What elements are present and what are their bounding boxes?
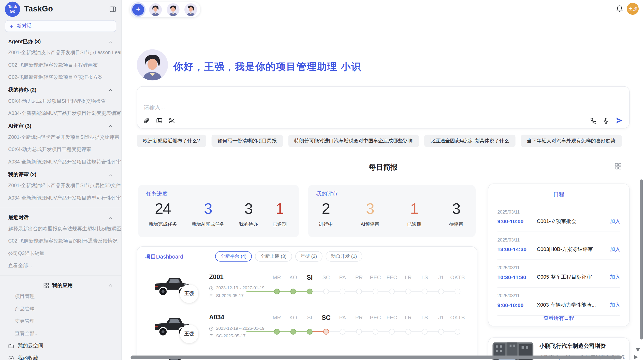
chevron-up-icon[interactable] (108, 172, 113, 177)
suggestion-chip[interactable]: 如何写一份清晰的项目周报 (211, 135, 283, 147)
vertical-scrollbar[interactable] (640, 179, 643, 340)
list-item[interactable]: A034-全新新能源MUV产品开发项目计划变更表编写 (0, 108, 121, 120)
milestone-timeline: MRKOSISCPAPRPECFECLRLSJ1OKTB (269, 311, 466, 343)
join-link[interactable]: 加入 (610, 302, 620, 309)
scroll-down-arrow[interactable] (636, 348, 640, 352)
list-item[interactable]: C0X4-动力总成开发项目SI里程碑提交物检查 (0, 95, 121, 108)
app-title: TaskGo (24, 5, 53, 14)
collapse-sidebar-icon[interactable] (109, 6, 116, 12)
milestone-dot (323, 289, 329, 294)
chevron-up-icon[interactable] (108, 215, 113, 220)
section-my-apps[interactable]: 我的应用 (0, 279, 121, 291)
project-row[interactable]: 王强 A034 2023-12-19～2026-01-19 SC-2025-05… (137, 307, 477, 348)
suggestion-chip[interactable]: 比亚迪全固态电池计划具体说了什么 (424, 135, 515, 147)
view-all-schedule-link[interactable]: 查看所有日程 (488, 315, 629, 322)
join-link[interactable]: 加入 (610, 274, 620, 281)
my-review-card: 我的评审 2 进行中 3 AI预评审 1 已逾期 3 待评审 (308, 185, 476, 237)
schedule-time: 9:00-10:00 (497, 218, 537, 224)
session-avatar[interactable] (167, 3, 180, 16)
filter-tab[interactable]: 全新平台 (4) (215, 251, 252, 261)
send-icon[interactable] (616, 117, 623, 124)
scissors-icon[interactable] (169, 117, 175, 124)
list-item[interactable]: A034-全新新能源MUV产品开发项目造型可行性评审 (0, 192, 121, 204)
suggestion-chips: 欧洲新规最近颁布了什么? 如何写一份清晰的项目周报 特朗普可能对进口汽车增税会对… (137, 135, 622, 147)
apps-grid-icon (43, 283, 49, 288)
suggestion-chip[interactable]: 特朗普可能对进口汽车增税会对中国车企造成哪些影响 (288, 135, 419, 147)
milestone-PR: PR (351, 271, 367, 284)
image-upload-icon[interactable] (156, 117, 163, 124)
list-item[interactable]: 解释最新出台的欧盟报废车法规再生塑料比例被调至15%... (0, 223, 121, 235)
list-item[interactable]: Z001-全新燃油轻卡产品开发项目SI造型提交物评审 (0, 131, 121, 144)
assistant-avatar (137, 49, 168, 81)
stat-label: 已逾期 (272, 221, 287, 227)
milestone-segment (246, 291, 277, 292)
sidebar-item-change-mgmt[interactable]: 变更管理 (0, 315, 121, 327)
milestone-dot (455, 329, 461, 335)
project-dates: 2023-12-19～2027-01-19 (209, 285, 265, 291)
project-row[interactable]: 王强 Z001 2023-12-19～2027-01-19 SI-2025-05… (137, 267, 477, 307)
phone-call-icon[interactable] (590, 117, 597, 124)
schedule-time: 10:30-11:30 (497, 274, 537, 280)
microphone-icon[interactable] (603, 117, 610, 124)
milestone-label: KO (285, 271, 302, 284)
chevron-up-icon[interactable] (108, 124, 113, 129)
notification-bell-icon[interactable] (616, 5, 623, 12)
list-item[interactable]: C02-飞腾新能源轻客改款项目的闭环通告反馈情况 (0, 235, 121, 247)
project-code: Z001 (209, 273, 224, 281)
list-item[interactable]: C02-飞腾新能源轻客改款项目里程碑画布 (0, 59, 121, 71)
filter-tab[interactable]: 年型 (2) (295, 251, 322, 261)
list-item[interactable]: C0X4-动力总成开发项目工程变更评审 (0, 144, 121, 156)
chevron-up-icon[interactable] (108, 283, 113, 288)
filter-tab[interactable]: 全新上装 (3) (255, 251, 292, 261)
list-item[interactable]: A034-全新新能源MUV产品开发项目法规符合性评审 (0, 156, 121, 168)
chevron-up-icon[interactable] (108, 39, 113, 44)
list-item[interactable]: Z001-全新燃油皮卡产品开发项目SI节点Lesson Learn报告 (0, 47, 121, 59)
view-all-apps[interactable]: 查看全部... (0, 328, 121, 340)
schedule-item: 2025/03/11 9:00-10:00 C001-立项审批会 加入 (488, 204, 629, 232)
filter-tab[interactable]: 动总开发 (1) (326, 251, 362, 261)
owner-avatar: 王强 (180, 284, 198, 303)
scroll-right-arrow[interactable] (634, 355, 638, 359)
milestone-PR: PR (351, 311, 367, 325)
milestone-SC: SC (318, 311, 334, 325)
milestone-dot (422, 329, 428, 335)
section-recent-chats[interactable]: 最近对话 (0, 212, 121, 223)
section-agent-done[interactable]: Agent已办 (3) (0, 35, 121, 47)
milestone-dot (356, 329, 362, 335)
list-item[interactable]: 公司Q3轻卡销量 (0, 248, 121, 260)
section-ai-review[interactable]: AI评审 (3) (0, 120, 121, 131)
session-avatar[interactable] (184, 3, 197, 16)
schedule-item: 2025/03/11 13:00-14:30 C003|H0B-方案冻结评审 加… (488, 232, 629, 260)
layout-grid-icon[interactable] (615, 163, 621, 170)
new-session-button[interactable]: + (132, 4, 144, 16)
milestone-label: LS (416, 271, 433, 284)
sidebar-item-cloud-space[interactable]: 我的云空间 (0, 340, 121, 352)
section-my-todo[interactable]: 我的待办 (2) (0, 84, 121, 95)
new-chat-button[interactable]: + 新对话 (5, 20, 116, 32)
sidebar-item-favorites[interactable]: 我的收藏 (0, 352, 121, 360)
join-link[interactable]: 加入 (610, 218, 620, 225)
user-avatar[interactable]: 王强 (627, 3, 639, 15)
join-link[interactable]: 加入 (610, 246, 620, 253)
milestone-dot (323, 329, 329, 335)
sidebar-item-product-mgmt[interactable]: 产品管理 (0, 303, 121, 315)
suggestion-chip[interactable]: 欧洲新规最近颁布了什么? (137, 135, 206, 147)
milestone-label: PEC (367, 311, 384, 325)
horizontal-scrollbar[interactable] (131, 355, 622, 359)
list-item[interactable]: C02-飞腾新能源轻客改款项目立项汇报方案 (0, 71, 121, 84)
attachment-icon[interactable] (143, 117, 150, 124)
milestone-label: MR (269, 311, 285, 325)
milestone-label: SI (301, 271, 318, 284)
sidebar-item-project-mgmt[interactable]: 项目管理 (0, 291, 121, 303)
view-all-chats[interactable]: 查看全部... (0, 260, 121, 272)
new-chat-label: 新对话 (17, 23, 32, 29)
chat-input-box[interactable]: 请输入... (137, 86, 630, 128)
milestone-label: FEC (384, 311, 400, 325)
list-item[interactable]: Z001-全新燃油轻卡产品开发项目SI节点属性5D文件评审 (0, 180, 121, 192)
milestone-J1: J1 (433, 271, 449, 284)
session-avatar[interactable] (149, 3, 162, 16)
milestone-SI: SI (301, 311, 318, 325)
suggestion-chip[interactable]: 当下年轻人对汽车外观有怎样的喜好趋势 (521, 135, 622, 147)
section-my-review[interactable]: 我的评审 (2) (0, 168, 121, 180)
chevron-up-icon[interactable] (108, 88, 113, 93)
